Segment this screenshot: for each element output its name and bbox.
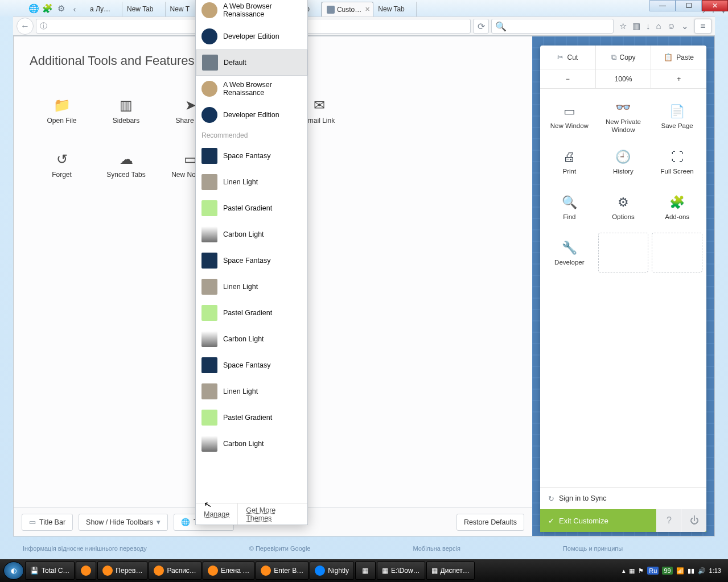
tray-flag-icon[interactable]: ⚑ xyxy=(638,567,644,575)
paste-button[interactable]: 📋Paste xyxy=(651,46,706,69)
taskbar-item[interactable]: Enter B… xyxy=(256,562,309,580)
panel-item[interactable]: 🔧Developer xyxy=(542,231,597,276)
sign-in-sync[interactable]: ↻Sign in to Sync xyxy=(540,488,706,509)
theme-item[interactable]: Pastel Gradient xyxy=(196,300,307,326)
smiley-icon[interactable]: ☺ xyxy=(667,21,676,31)
theme-item[interactable]: Linen Light xyxy=(196,274,307,300)
taskbar-item[interactable]: Распис… xyxy=(149,562,201,580)
theme-item[interactable]: A Web Browser Renaissance xyxy=(196,76,307,102)
theme-swatch xyxy=(201,383,217,399)
taskbar-item[interactable] xyxy=(76,562,96,580)
tray-volume-icon[interactable]: 🔊 xyxy=(698,567,706,575)
pocket-icon[interactable]: ⌄ xyxy=(681,21,689,31)
tool-item[interactable]: ↺Forget xyxy=(30,138,94,192)
home-icon[interactable]: ⌂ xyxy=(656,21,661,31)
help-button[interactable]: ? xyxy=(656,509,681,532)
bookmark-star-icon[interactable]: ☆ xyxy=(619,21,627,31)
quit-button[interactable]: ⏻ xyxy=(681,509,706,532)
zoom-out-button[interactable]: − xyxy=(540,69,596,88)
tab-scroll-left-icon[interactable]: ‹ xyxy=(68,2,81,15)
tool-icon: 📁 xyxy=(54,98,70,112)
taskbar-item[interactable]: ▦ xyxy=(355,562,376,580)
back-button[interactable]: ← xyxy=(17,18,34,35)
theme-item[interactable]: Default xyxy=(196,49,307,76)
exit-customize-button[interactable]: ✓Exit Customize xyxy=(540,509,656,532)
reload-button[interactable]: ⟳ xyxy=(473,19,489,34)
tray-wifi-icon[interactable]: ▮▮ xyxy=(688,567,694,575)
panel-item[interactable]: ▭New Window xyxy=(542,94,597,140)
hamburger-menu-button[interactable]: ≡ xyxy=(694,19,711,34)
downloads-icon[interactable]: ↓ xyxy=(646,21,651,31)
theme-item[interactable]: Pastel Gradient xyxy=(196,195,307,221)
theme-item[interactable]: Space Fantasy xyxy=(196,247,307,274)
themes-manage-link[interactable]: Manage xyxy=(196,503,238,525)
theme-item[interactable]: Carbon Light xyxy=(196,326,307,352)
theme-item[interactable]: A Web Browser Renaissance xyxy=(196,0,307,23)
zoom-in-button[interactable]: + xyxy=(651,69,706,88)
tray-battery[interactable]: 99 xyxy=(662,567,672,575)
taskbar-item[interactable]: Елена … xyxy=(203,562,254,580)
panel-item[interactable]: ⚙Options xyxy=(597,185,651,231)
toolbars-dropdown[interactable]: Show / Hide Toolbars▾ xyxy=(79,514,168,531)
tray-clock[interactable]: 1:13 xyxy=(709,567,721,574)
taskbar-favicon xyxy=(261,566,271,576)
tray-network-icon[interactable]: 📶 xyxy=(676,567,684,575)
theme-item[interactable]: Carbon Light xyxy=(196,221,307,247)
tab[interactable]: New Tab xyxy=(373,2,416,16)
tool-item[interactable]: ▥Sidebars xyxy=(94,84,158,138)
theme-item[interactable]: Carbon Light xyxy=(196,431,307,457)
panel-item[interactable]: 📄Save Page xyxy=(650,94,704,140)
panel-empty-slot[interactable] xyxy=(652,233,702,273)
window-minimize-button[interactable]: — xyxy=(649,0,676,11)
tab-close-icon[interactable]: ✕ xyxy=(365,6,370,13)
copy-button[interactable]: ⧉Copy xyxy=(596,46,652,69)
theme-item[interactable]: Space Fantasy xyxy=(196,143,307,169)
taskbar-item[interactable]: ▦Диспет… xyxy=(426,562,475,580)
title-bar-toggle[interactable]: ▭Title Bar xyxy=(22,514,73,531)
theme-swatch xyxy=(201,107,217,123)
tool-item[interactable]: 📁Open File xyxy=(30,84,94,138)
tray-up-icon[interactable]: ▴ xyxy=(622,567,626,575)
theme-item[interactable]: Developer Edition xyxy=(196,102,307,128)
puzzle-icon[interactable]: 🧩 xyxy=(41,2,54,15)
theme-item[interactable]: Developer Edition xyxy=(196,23,307,49)
panel-item[interactable]: 🔍Find xyxy=(542,185,597,231)
panel-item[interactable]: 🕘History xyxy=(597,140,651,185)
tool-item[interactable]: ☁Synced Tabs xyxy=(94,138,158,192)
search-input[interactable]: 🔍 xyxy=(491,19,614,34)
copy-icon: ⧉ xyxy=(611,53,616,62)
zoom-level[interactable]: 100% xyxy=(596,69,652,88)
taskbar-favicon xyxy=(81,566,91,576)
theme-item[interactable]: Linen Light xyxy=(196,169,307,195)
window-close-button[interactable]: ✕ xyxy=(702,0,728,11)
taskbar-item[interactable]: Nightly xyxy=(310,562,354,580)
theme-item[interactable]: Pastel Gradient xyxy=(196,404,307,431)
background-page-text: Інформація відносне нинішнього переводу©… xyxy=(17,545,711,555)
taskbar-item[interactable]: Перев… xyxy=(97,562,147,580)
scissors-icon: ✂ xyxy=(557,53,564,61)
tray-lang[interactable]: Ru xyxy=(647,567,659,575)
taskbar-start[interactable]: ◐ xyxy=(3,562,24,580)
theme-item[interactable]: Linen Light xyxy=(196,378,307,404)
restore-defaults-button[interactable]: Restore Defaults xyxy=(456,514,524,531)
tab[interactable]: а Лу… xyxy=(85,2,122,16)
taskbar-item[interactable]: 💾Total C… xyxy=(25,562,75,580)
tray-app-icon[interactable]: ▦ xyxy=(629,567,635,575)
theme-swatch xyxy=(201,200,217,216)
theme-item[interactable]: Space Fantasy xyxy=(196,352,307,378)
panel-item[interactable]: 🧩Add-ons xyxy=(650,185,704,231)
panel-item[interactable]: 🖨Print xyxy=(542,140,597,185)
taskbar-item[interactable]: ▦E:\Dow… xyxy=(377,562,425,580)
tab[interactable]: New Tab xyxy=(122,2,165,16)
globe-icon[interactable]: 🌐 xyxy=(27,2,40,15)
chevron-down-icon: ▾ xyxy=(157,518,161,526)
library-icon[interactable]: ▥ xyxy=(632,21,640,31)
panel-item[interactable]: ⛶Full Screen xyxy=(650,140,704,185)
window-maximize-button[interactable]: ☐ xyxy=(676,0,702,11)
gear-icon[interactable]: ⚙ xyxy=(55,2,67,15)
cut-button[interactable]: ✂Cut xyxy=(540,46,596,69)
tab[interactable]: Custo…✕ xyxy=(322,2,373,16)
panel-item[interactable]: 👓New Private Window xyxy=(597,94,651,140)
themes-get-more-link[interactable]: Get More Themes xyxy=(238,503,307,525)
panel-empty-slot[interactable] xyxy=(598,233,649,273)
